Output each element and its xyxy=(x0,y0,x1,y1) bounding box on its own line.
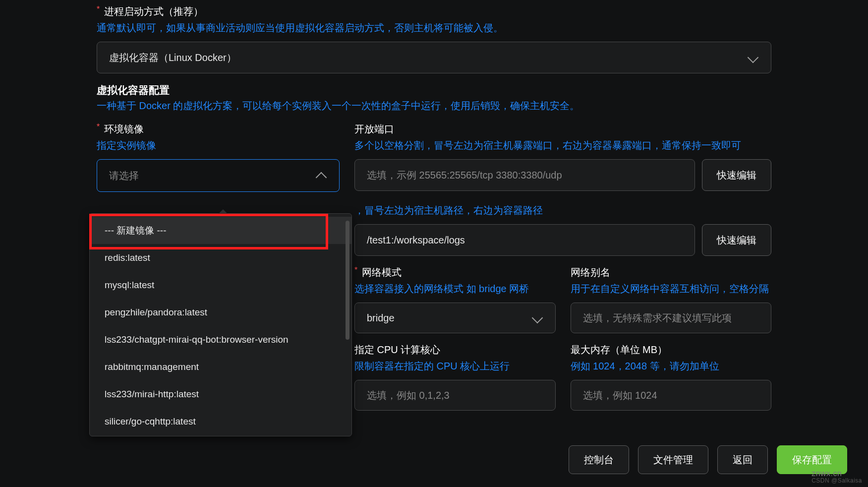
required-marker: * xyxy=(97,122,100,131)
max-memory-desc: 例如 1024，2048 等，请勿加单位 xyxy=(571,360,772,373)
extra-mount-desc: ，冒号左边为宿主机路径，右边为容器路径 xyxy=(354,204,771,217)
console-button[interactable]: 控制台 xyxy=(569,445,629,474)
dropdown-item[interactable]: lss233/chatgpt-mirai-qq-bot:browser-vers… xyxy=(90,326,351,353)
chevron-up-icon xyxy=(316,172,327,183)
max-memory-input-wrap[interactable] xyxy=(571,380,772,411)
dropdown-item[interactable]: redis:latest xyxy=(90,244,351,271)
cpu-core-label: 指定 CPU 计算核心 xyxy=(354,343,440,357)
required-marker: * xyxy=(97,5,100,14)
file-manage-button[interactable]: 文件管理 xyxy=(638,445,708,474)
startup-select[interactable]: 虚拟化容器（Linux Docker） xyxy=(97,42,771,73)
extra-mount-value: /test1:/workspace/logs xyxy=(367,235,465,246)
network-mode-value: bridge xyxy=(367,312,395,324)
env-image-desc: 指定实例镜像 xyxy=(97,139,340,152)
open-port-input[interactable] xyxy=(367,170,683,181)
env-image-input[interactable] xyxy=(109,170,317,182)
open-port-quick-edit-button[interactable]: 快速编辑 xyxy=(702,159,771,191)
network-mode-label: 网络模式 xyxy=(362,266,402,279)
dropdown-arrow-icon xyxy=(219,209,228,214)
network-alias-input-wrap[interactable] xyxy=(571,303,772,333)
max-memory-input[interactable] xyxy=(583,390,759,401)
env-image-dropdown[interactable]: --- 新建镜像 --- redis:latest mysql:latest p… xyxy=(89,213,352,436)
extra-mount-input-wrap[interactable]: /test1:/workspace/logs xyxy=(354,224,695,256)
dropdown-item[interactable]: lss233/mirai-http:latest xyxy=(90,380,351,408)
env-image-label: 环境镜像 xyxy=(104,122,144,136)
env-image-select[interactable] xyxy=(97,159,340,192)
container-config-desc: 一种基于 Docker 的虚拟化方案，可以给每个实例装入一个一次性的盒子中运行，… xyxy=(97,99,771,113)
dropdown-item[interactable]: mysql:latest xyxy=(90,271,351,299)
network-mode-desc: 选择容器接入的网络模式 如 bridge 网桥 xyxy=(354,282,556,296)
watermark-main: znwx.cn xyxy=(811,469,842,478)
network-alias-label: 网络别名 xyxy=(571,266,610,279)
open-port-desc: 多个以空格分割，冒号左边为宿主机暴露端口，右边为容器暴露端口，通常保持一致即可 xyxy=(354,139,771,152)
chevron-down-icon xyxy=(531,312,543,324)
back-button[interactable]: 返回 xyxy=(717,445,768,474)
network-mode-select[interactable]: bridge xyxy=(354,303,556,333)
container-config-title: 虚拟化容器配置 xyxy=(97,83,771,97)
dropdown-item[interactable]: rabbitmq:management xyxy=(90,353,351,380)
dropdown-item[interactable]: silicer/go-cqhttp:latest xyxy=(90,408,351,433)
cpu-core-input[interactable] xyxy=(367,390,543,401)
chevron-down-icon xyxy=(748,52,759,63)
dropdown-item-new-image[interactable]: --- 新建镜像 --- xyxy=(90,217,351,244)
network-alias-desc: 用于在自定义网络中容器互相访问，空格分隔 xyxy=(571,282,772,296)
watermark-sub: CSDN @Salkaisa xyxy=(811,477,862,484)
network-alias-input[interactable] xyxy=(583,312,759,324)
open-port-input-wrap[interactable] xyxy=(354,159,695,191)
startup-desc: 通常默认即可，如果从事商业活动则应当使用虚拟化容器启动方式，否则主机将可能被入侵… xyxy=(97,21,771,35)
dropdown-scrollbar[interactable] xyxy=(346,221,349,340)
startup-label: 进程启动方式（推荐） xyxy=(104,5,203,18)
open-port-label: 开放端口 xyxy=(354,122,394,136)
dropdown-item[interactable]: pengzhile/pandora:latest xyxy=(90,299,351,326)
extra-mount-quick-edit-button[interactable]: 快速编辑 xyxy=(702,224,771,256)
required-marker: * xyxy=(354,266,357,275)
watermark: znwx.cn CSDN @Salkaisa xyxy=(811,469,862,484)
startup-select-value: 虚拟化容器（Linux Docker） xyxy=(109,51,236,64)
max-memory-label: 最大内存（单位 MB） xyxy=(571,343,668,357)
footer-actions: 控制台 文件管理 返回 保存配置 xyxy=(569,445,847,474)
cpu-core-desc: 限制容器在指定的 CPU 核心上运行 xyxy=(354,360,556,373)
cpu-core-input-wrap[interactable] xyxy=(354,380,556,411)
